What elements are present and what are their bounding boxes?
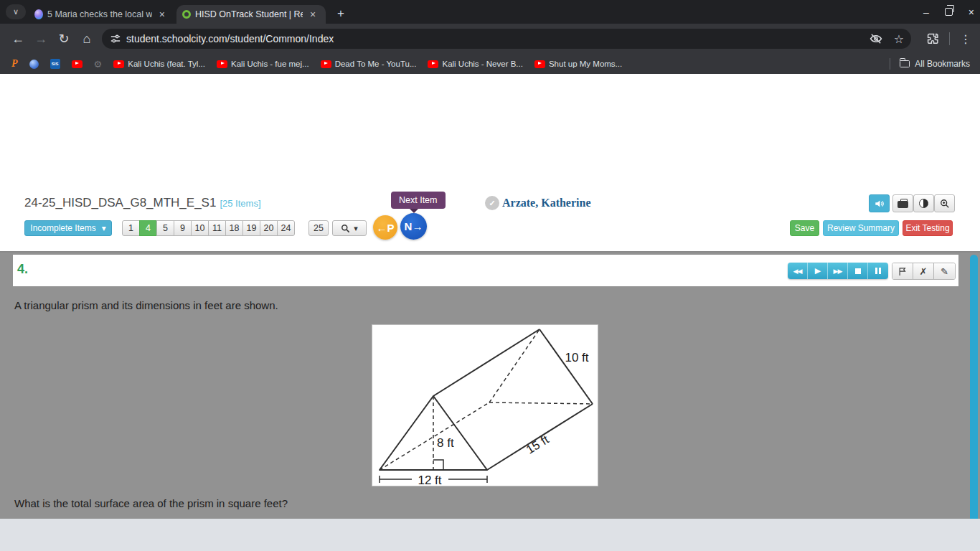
tools-button[interactable] (892, 194, 913, 212)
browser-menu-button[interactable]: ⋮ (960, 32, 971, 46)
save-button[interactable]: Save (790, 220, 819, 236)
extensions-icon[interactable] (927, 33, 939, 45)
powerschool-icon: P (11, 58, 18, 70)
previous-item-button[interactable]: ←P (373, 215, 397, 240)
exit-testing-button[interactable]: Exit Testing (903, 220, 953, 236)
youtube-icon (534, 60, 545, 68)
label-height: 8 ft (437, 436, 454, 450)
audio-player-controls: ◀◀ ▶ ▶▶ (788, 263, 888, 279)
tab-search-button[interactable]: ∨ (6, 4, 26, 19)
question-panel: 4. ◀◀ ▶ ▶▶ ✗ ✎ A triangular prism and it… (0, 251, 980, 551)
bookmark-label: Kali Uchis - fue mej... (231, 60, 309, 68)
student-check-icon: ✓ (485, 196, 499, 210)
all-bookmarks-button[interactable]: All Bookmarks (900, 59, 970, 69)
all-bookmarks-label: All Bookmarks (915, 59, 970, 69)
pause-button[interactable] (868, 263, 888, 279)
back-button[interactable]: ← (7, 24, 29, 54)
item-number-button[interactable]: 9 (174, 220, 192, 236)
item-number-button[interactable]: 1 (122, 220, 140, 236)
window-close-button[interactable]: × (969, 6, 974, 18)
eye-off-icon[interactable] (870, 32, 882, 45)
close-icon[interactable]: × (156, 9, 168, 20)
vertical-scrollbar[interactable] (970, 255, 978, 551)
stop-icon (855, 268, 861, 274)
incomplete-items-dropdown[interactable]: Incomplete Items ▾ (24, 220, 112, 236)
label-slant-edge: 10 ft (565, 351, 588, 364)
item-number-button[interactable]: 20 (260, 220, 278, 236)
review-summary-button[interactable]: Review Summary (823, 220, 899, 236)
site-settings-icon (110, 34, 121, 44)
bookmark-label: Dead To Me - YouTu... (335, 60, 417, 68)
edit-icon: ✎ (941, 266, 948, 277)
folder-icon (900, 60, 910, 67)
bookmark-item[interactable]: Dead To Me - YouTu... (321, 60, 417, 68)
window-controls: – × (923, 0, 974, 24)
audio-button[interactable] (869, 194, 890, 212)
item-number-button[interactable]: 24 (277, 220, 295, 236)
orb-icon (29, 60, 39, 69)
reload-button[interactable]: ↻ (53, 24, 75, 54)
bookmark-item[interactable]: Kali Uchis - Never B... (428, 60, 522, 68)
tab-title: HISD OnTrack Student | Renais (195, 9, 303, 19)
pause-icon (875, 268, 881, 274)
test-title: 24-25_HISD_DSA_G8_MTH_E_S1[25 Items] (24, 196, 261, 210)
bookmark-label: Kali Uchis (feat. Tyl... (128, 60, 205, 68)
caret-down-icon: ▾ (354, 224, 358, 233)
contrast-button[interactable] (913, 194, 934, 212)
next-item-button[interactable]: N→ (400, 213, 427, 240)
item-search-dropdown[interactable]: ▾ (332, 220, 367, 236)
bookmark-sis[interactable]: SIS (50, 59, 60, 69)
bookmark-gear[interactable]: ⚙ (94, 59, 103, 70)
item-number-group: 1 4 5 9 10 11 18 19 20 24 (122, 220, 295, 236)
home-button[interactable]: ⌂ (76, 24, 98, 54)
notepad-button[interactable]: ✎ (934, 263, 955, 279)
bookmark-item[interactable]: Kali Uchis (feat. Tyl... (113, 60, 205, 68)
bookmark-item[interactable]: Shut up My Moms... (534, 60, 622, 68)
minimize-button[interactable]: – (923, 6, 929, 18)
strikethrough-button[interactable]: ✗ (913, 263, 934, 279)
item-number-button-selected[interactable]: 4 (139, 220, 157, 236)
flag-button[interactable] (892, 263, 913, 279)
bookmark-youtube[interactable] (72, 60, 83, 68)
youtube-icon (428, 60, 438, 68)
item-number-button[interactable]: 5 (156, 220, 174, 236)
stop-button[interactable] (848, 263, 868, 279)
bookmark-item[interactable]: Kali Uchis - fue mej... (217, 60, 309, 68)
tab-favicon-orb-icon (34, 9, 43, 19)
bookmark-label: Kali Uchis - Never B... (442, 60, 522, 68)
address-bar[interactable]: student.schoolcity.com/student/Common/In… (102, 29, 911, 49)
new-tab-button[interactable]: + (332, 5, 349, 22)
item-number-button[interactable]: 25 (308, 220, 329, 236)
youtube-icon (72, 60, 83, 68)
forward-button[interactable]: → (30, 24, 52, 54)
speaker-icon (875, 199, 885, 209)
rewind-button[interactable]: ◀◀ (788, 263, 808, 279)
label-base: 12 ft (418, 474, 441, 486)
test-name: 24-25_HISD_DSA_G8_MTH_E_S1 (24, 196, 216, 209)
item-number-button[interactable]: 18 (225, 220, 243, 236)
item-number-button[interactable]: 19 (242, 220, 260, 236)
gear-icon: ⚙ (94, 59, 103, 70)
bookmark-powerschool[interactable]: P (11, 58, 18, 70)
tab-title: 5 Maria checks the local weath (47, 9, 152, 19)
item-number-button[interactable]: 11 (208, 220, 226, 236)
fast-forward-button[interactable]: ▶▶ (828, 263, 848, 279)
briefcase-icon (897, 201, 908, 208)
toolbar-divider (949, 32, 950, 45)
tab-ontrack-student[interactable]: HISD OnTrack Student | Renais × (176, 5, 326, 24)
bookmark-orb[interactable] (29, 60, 39, 69)
tab-favicon-ring-icon (182, 10, 191, 19)
url-text: student.schoolcity.com/student/Common/In… (126, 33, 334, 44)
zoom-button[interactable] (934, 194, 955, 212)
question-number: 4. (17, 262, 28, 277)
restore-button[interactable] (945, 8, 953, 16)
bookmark-star-icon[interactable]: ☆ (894, 32, 904, 46)
question-stem: What is the total surface area of the pr… (14, 497, 288, 509)
item-number-button[interactable]: 10 (191, 220, 209, 236)
close-icon[interactable]: × (307, 9, 319, 20)
play-button[interactable]: ▶ (808, 263, 828, 279)
tab-weather[interactable]: 5 Maria checks the local weath × (29, 5, 174, 24)
sis-icon: SIS (50, 59, 60, 69)
flag-icon (898, 267, 907, 276)
bookmark-label: Shut up My Moms... (549, 60, 622, 68)
